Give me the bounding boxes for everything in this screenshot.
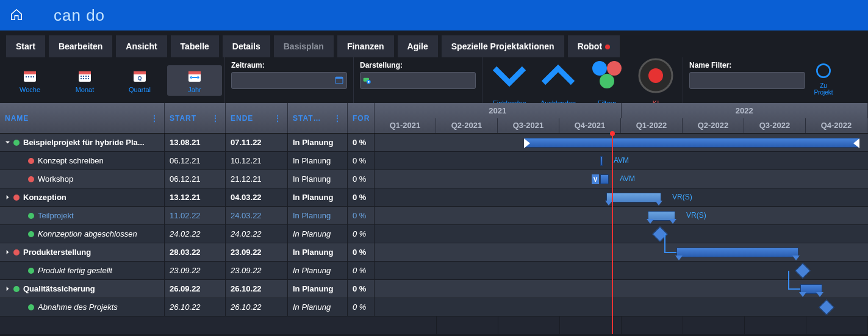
gantt-bar[interactable] [600,174,609,184]
menu-tab-agile[interactable]: Agile [398,35,438,57]
gantt-row[interactable]: AVM [375,152,868,170]
table-row[interactable]: Teilprojekt11.02.2224.03.22In Planung0 % [0,207,375,225]
chevron-right-icon[interactable] [5,193,11,202]
table-row[interactable]: Konzeption13.12.2104.03.22In Planung0 % [0,188,375,207]
table-row[interactable]: Abnahme des Projekts26.10.2226.10.22In P… [0,298,375,316]
gantt-row[interactable] [375,298,868,316]
menu-tab-robot[interactable]: Robot [568,35,620,57]
darstellung-input[interactable] [375,76,473,85]
table-row[interactable]: Konnzeption abgeschlossen24.02.2224.02.2… [0,225,375,243]
gantt-bar[interactable] [600,156,603,166]
app-logo: can do [54,6,105,25]
status-dot-icon [13,286,20,292]
cell-end: 26.10.22 [226,298,288,316]
view-month-button[interactable]: Monat [57,65,112,96]
cell-start: 26.09.22 [165,280,226,298]
table-row[interactable]: Konzept schreiben06.12.2110.12.21In Plan… [0,152,375,170]
zeitraum-field: Zeitraum: [224,57,353,103]
view-week-button[interactable]: Woche [2,65,57,96]
gantt-row[interactable]: VR(S) [375,207,868,225]
quarter-header[interactable]: Q2-2021 [436,118,498,134]
quarter-header[interactable]: Q4-2022 [806,118,867,134]
col-menu-icon[interactable]: ⋮ [211,113,220,123]
year-header: 2022 [622,103,869,118]
chevron-down-icon[interactable] [5,138,11,147]
quarter-header[interactable]: Q2-2022 [683,118,744,134]
gantt-bar[interactable] [606,193,661,202]
status-dot-icon [13,195,20,201]
table-row[interactable]: Workshop06.12.2121.12.21In Planung0 % [0,170,375,188]
view-year-button[interactable]: Jahr [167,65,222,96]
table-row[interactable]: Produkt fertig gestellt23.09.2223.09.22I… [0,262,375,280]
menu-tab-details[interactable]: Details [223,35,270,57]
menu-tab-bearbeiten[interactable]: Bearbeiten [49,35,112,57]
milestone-diamond-icon[interactable] [795,263,810,278]
gantt-chart[interactable]: 20212022 Q1-2021Q2-2021Q3-2021Q4-2021Q1-… [375,103,868,334]
menu-tab-spezielle-projektaktionen[interactable]: Spezielle Projektaktionen [442,35,564,57]
col-menu-icon[interactable]: ⋮ [333,113,342,123]
view-year-label: Jahr [168,86,221,93]
quarter-header[interactable]: Q1-2021 [375,118,436,134]
col-menu-icon[interactable]: ⋮ [150,113,159,123]
task-table: NAME⋮ START⋮ ENDE⋮ STAT…⋮ FOR Beispielpr… [0,103,375,334]
calendar-month-icon [59,69,111,84]
name-filter-input[interactable] [692,76,802,85]
gantt-row[interactable] [375,280,868,298]
gantt-bar[interactable] [524,138,859,148]
calendar-picker-icon[interactable] [334,75,344,87]
gantt-row[interactable]: VR... [375,134,868,152]
col-status-header[interactable]: STAT…⋮ [288,103,348,133]
menu-tab-start[interactable]: Start [6,35,45,57]
cell-status: In Planung [288,207,348,224]
cell-fort: 0 % [348,207,375,224]
chevron-right-icon[interactable] [5,248,11,257]
zeitraum-label: Zeitraum: [231,61,347,70]
menu-tab-tabelle[interactable]: Tabelle [171,35,219,57]
table-row[interactable]: Produkterstellung28.03.2223.09.22In Plan… [0,243,375,262]
quarter-header[interactable]: Q3-2021 [498,118,559,134]
menu-tab-ansicht[interactable]: Ansicht [116,35,167,57]
col-start-header[interactable]: START⋮ [165,103,226,133]
chevron-up-icon [536,54,580,98]
home-icon[interactable] [10,8,23,23]
cell-end: 04.03.22 [226,188,288,206]
gantt-row[interactable] [375,262,868,280]
chevron-right-icon[interactable] [5,284,11,293]
menu-tab-basisplan[interactable]: Basisplan [274,35,334,57]
cell-start: 13.12.21 [165,188,226,206]
eye-icon[interactable] [363,75,373,87]
view-week-label: Woche [4,86,56,93]
einblenden-button[interactable]: Einblenden [485,50,534,110]
gantt-bar[interactable] [800,284,822,294]
cell-end: 24.03.22 [226,207,288,224]
quarter-header[interactable]: Q3-2022 [744,118,806,134]
quarter-header[interactable]: Q1-2022 [621,118,683,134]
col-end-header[interactable]: ENDE⋮ [226,103,288,133]
ausblenden-button[interactable]: Ausblenden [534,50,583,110]
gantt-bar[interactable] [676,248,798,257]
cell-end: 23.09.22 [226,262,288,279]
table-row[interactable]: Qualitätssicherung26.09.2226.10.22In Pla… [0,280,375,298]
ki-button[interactable]: KI [631,50,680,110]
gantt-row[interactable]: VR(S) [375,188,868,207]
gantt-row[interactable] [375,225,868,243]
cell-end: 24.02.22 [226,225,288,243]
zeitraum-input[interactable] [234,76,332,85]
gantt-row[interactable] [375,243,868,262]
col-menu-icon[interactable]: ⋮ [273,113,282,123]
gantt-row[interactable]: VAVM [375,170,868,188]
zu-projekt-button[interactable]: Zu Projekt [811,57,836,103]
filter-button[interactable]: Filtern [583,50,631,110]
col-progress-header[interactable]: FOR [348,103,375,133]
table-row[interactable]: Beispielprojekt für hybride Pla...13.08.… [0,134,375,152]
milestone-diamond-icon[interactable] [819,299,834,315]
menu-tab-finanzen[interactable]: Finanzen [337,35,394,57]
name-filter-label: Name Filter: [689,61,805,70]
svg-rect-1 [24,71,36,74]
svg-rect-7 [79,71,91,74]
view-quarter-button[interactable]: Q Quartal [112,65,167,96]
gantt-bar[interactable] [648,211,675,221]
col-name-header[interactable]: NAME⋮ [0,103,165,133]
cell-fort: 0 % [348,170,375,188]
cell-end: 21.12.21 [226,170,288,188]
